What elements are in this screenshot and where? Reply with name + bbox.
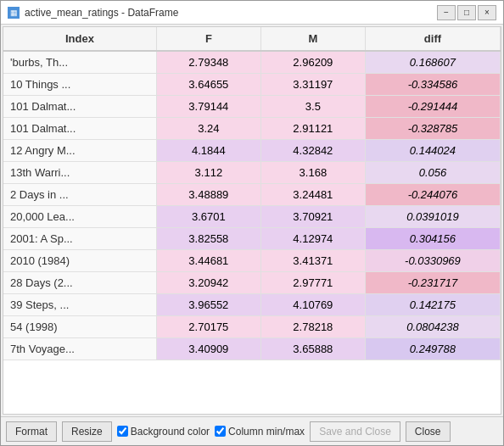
cell-M: 2.78218 xyxy=(260,316,365,338)
format-button[interactable]: Format xyxy=(6,421,57,442)
bg-color-label[interactable]: Background color xyxy=(117,426,210,438)
cell-diff: 0.168607 xyxy=(365,51,500,74)
save-close-button[interactable]: Save and Close xyxy=(310,421,400,442)
minimize-button[interactable]: − xyxy=(437,5,456,20)
cell-diff: -0.0330969 xyxy=(365,250,500,272)
cell-F: 3.96552 xyxy=(156,294,260,316)
bg-color-text: Background color xyxy=(131,426,210,438)
cell-diff: -0.328785 xyxy=(365,118,500,140)
bg-color-checkbox[interactable] xyxy=(117,426,128,437)
cell-F: 3.24 xyxy=(156,118,260,140)
cell-index: 101 Dalmat... xyxy=(3,96,156,118)
table-row: 12 Angry M...4.18444.328420.144024 xyxy=(3,140,501,162)
cell-diff: 0.0804238 xyxy=(365,316,500,338)
window-title: active_mean_ratings - DataFrame xyxy=(25,7,178,19)
cell-M: 3.168 xyxy=(260,162,365,184)
table-row: 13th Warri...3.1123.1680.056 xyxy=(3,162,501,184)
cell-F: 3.112 xyxy=(156,162,260,184)
cell-F: 3.79144 xyxy=(156,96,260,118)
cell-F: 3.20942 xyxy=(156,272,260,294)
cell-index: 13th Warri... xyxy=(3,162,156,184)
cell-F: 2.70175 xyxy=(156,316,260,338)
dataframe-icon: ▦ xyxy=(8,7,20,19)
col-M: M xyxy=(260,27,365,51)
close-button[interactable]: Close xyxy=(406,421,451,442)
cell-M: 3.31197 xyxy=(260,74,365,96)
table-container: Index F M diff 'burbs, Th...2.793482.962… xyxy=(3,26,501,415)
cell-index: 39 Steps, ... xyxy=(3,294,156,316)
table-scroll[interactable]: Index F M diff 'burbs, Th...2.793482.962… xyxy=(3,27,501,414)
col-F: F xyxy=(156,27,260,51)
cell-diff: 0.144024 xyxy=(365,140,500,162)
cell-diff: -0.334586 xyxy=(365,74,500,96)
cell-index: 'burbs, Th... xyxy=(3,51,156,74)
cell-diff: 0.249788 xyxy=(365,338,500,360)
cell-F: 3.48889 xyxy=(156,184,260,206)
cell-index: 2 Days in ... xyxy=(3,184,156,206)
table-row: 101 Dalmat...3.791443.5-0.291444 xyxy=(3,96,501,118)
cell-M: 3.5 xyxy=(260,96,365,118)
table-header-row: Index F M diff xyxy=(3,27,501,51)
title-bar-left: ▦ active_mean_ratings - DataFrame xyxy=(8,7,178,19)
cell-diff: -0.291444 xyxy=(365,96,500,118)
table-row: 'burbs, Th...2.793482.962090.168607 xyxy=(3,51,501,74)
maximize-button[interactable]: □ xyxy=(457,5,476,20)
cell-M: 4.10769 xyxy=(260,294,365,316)
table-row: 7th Voyage...3.409093.658880.249788 xyxy=(3,338,501,360)
cell-index: 28 Days (2... xyxy=(3,272,156,294)
cell-index: 12 Angry M... xyxy=(3,140,156,162)
window: ▦ active_mean_ratings - DataFrame − □ × … xyxy=(0,0,504,446)
cell-F: 3.6701 xyxy=(156,206,260,228)
col-minmax-text: Column min/max xyxy=(228,426,305,438)
cell-diff: 0.142175 xyxy=(365,294,500,316)
cell-diff: 0.0391019 xyxy=(365,206,500,228)
cell-F: 2.79348 xyxy=(156,51,260,74)
cell-M: 3.24481 xyxy=(260,184,365,206)
cell-index: 54 (1998) xyxy=(3,316,156,338)
col-index: Index xyxy=(3,27,156,51)
cell-M: 3.65888 xyxy=(260,338,365,360)
cell-M: 2.96209 xyxy=(260,51,365,74)
table-row: 2001: A Sp...3.825584.129740.304156 xyxy=(3,228,501,250)
cell-index: 20,000 Lea... xyxy=(3,206,156,228)
cell-diff: -0.231717 xyxy=(365,272,500,294)
table-row: 54 (1998)2.701752.782180.0804238 xyxy=(3,316,501,338)
col-minmax-label[interactable]: Column min/max xyxy=(215,426,305,438)
cell-M: 3.41371 xyxy=(260,250,365,272)
cell-index: 2010 (1984) xyxy=(3,250,156,272)
footer: Format Resize Background color Column mi… xyxy=(1,416,503,445)
window-close-button[interactable]: × xyxy=(478,5,496,20)
resize-button[interactable]: Resize xyxy=(62,421,112,442)
title-bar-buttons: − □ × xyxy=(437,5,496,20)
table-row: 101 Dalmat...3.242.91121-0.328785 xyxy=(3,118,501,140)
cell-M: 2.91121 xyxy=(260,118,365,140)
cell-M: 3.70921 xyxy=(260,206,365,228)
cell-diff: 0.056 xyxy=(365,162,500,184)
table-row: 20,000 Lea...3.67013.709210.0391019 xyxy=(3,206,501,228)
table-row: 28 Days (2...3.209422.97771-0.231717 xyxy=(3,272,501,294)
cell-diff: -0.244076 xyxy=(365,184,500,206)
cell-index: 7th Voyage... xyxy=(3,338,156,360)
table-row: 10 Things ...3.646553.31197-0.334586 xyxy=(3,74,501,96)
cell-M: 4.12974 xyxy=(260,228,365,250)
cell-F: 3.40909 xyxy=(156,338,260,360)
cell-M: 4.32842 xyxy=(260,140,365,162)
cell-index: 10 Things ... xyxy=(3,74,156,96)
data-table: Index F M diff 'burbs, Th...2.793482.962… xyxy=(3,27,501,360)
cell-F: 4.1844 xyxy=(156,140,260,162)
title-bar: ▦ active_mean_ratings - DataFrame − □ × xyxy=(1,1,503,25)
cell-F: 3.82558 xyxy=(156,228,260,250)
cell-index: 2001: A Sp... xyxy=(3,228,156,250)
col-minmax-checkbox[interactable] xyxy=(215,426,226,437)
table-row: 2010 (1984)3.446813.41371-0.0330969 xyxy=(3,250,501,272)
cell-F: 3.64655 xyxy=(156,74,260,96)
cell-F: 3.44681 xyxy=(156,250,260,272)
table-row: 39 Steps, ...3.965524.107690.142175 xyxy=(3,294,501,316)
table-row: 2 Days in ...3.488893.24481-0.244076 xyxy=(3,184,501,206)
col-diff: diff xyxy=(365,27,500,51)
cell-M: 2.97771 xyxy=(260,272,365,294)
cell-diff: 0.304156 xyxy=(365,228,500,250)
cell-index: 101 Dalmat... xyxy=(3,118,156,140)
